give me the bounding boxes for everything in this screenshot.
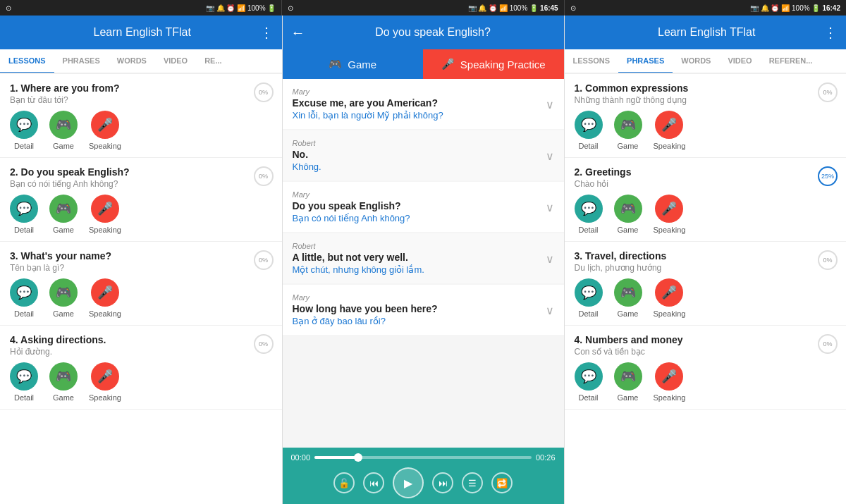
game-icon-2: 🎮 bbox=[49, 195, 78, 223]
tab-words-right[interactable]: WORDS bbox=[673, 49, 719, 74]
detail-icon-4: 💬 bbox=[10, 362, 38, 391]
game-label-2: Game bbox=[53, 226, 74, 234]
lesson-subtitle-2: Bạn có nói tiếng Anh không? bbox=[10, 179, 272, 189]
speaking-btn-4[interactable]: 🎤 Speaking bbox=[89, 362, 121, 402]
right-app-title: Learn English TFlat bbox=[590, 26, 824, 39]
tab-ref-right[interactable]: REFEREN... bbox=[761, 49, 821, 74]
time-end: 00:26 bbox=[536, 453, 556, 462]
lock-button[interactable]: 🔓 bbox=[333, 472, 355, 493]
prev-button[interactable]: ⏮ bbox=[363, 472, 384, 493]
mic-icon: 🎤 bbox=[441, 58, 455, 70]
phrase-item-2: 2. Greetings Chào hỏi 💬 Detail 🎮 Game 🎤 … bbox=[565, 158, 847, 242]
game-btn-1[interactable]: 🎮 Game bbox=[49, 111, 78, 150]
lesson-actions-1: 💬 Detail 🎮 Game 🎤 Speaking bbox=[10, 111, 272, 150]
middle-app-title: Do you speak English? bbox=[311, 26, 556, 39]
time-start: 00:00 bbox=[291, 453, 311, 462]
lesson-title-3: 3. What's your name? bbox=[10, 250, 272, 262]
r-detail-btn-1[interactable]: 💬 Detail bbox=[575, 111, 603, 150]
player-controls: 🔓 ⏮ ▶ ⏭ ☰ 🔁 bbox=[291, 467, 556, 498]
r-speaking-icon-1: 🎤 bbox=[655, 111, 683, 139]
lesson-item-4: 4. Asking directions. Hỏi đường. 💬 Detai… bbox=[0, 326, 282, 410]
status-panel-middle: ⊙ 📷 🔔 ⏰ 📶 100% 🔋 16:45 bbox=[282, 0, 564, 16]
speaking-btn-1[interactable]: 🎤 Speaking bbox=[89, 111, 121, 150]
phrase-subtitle-4: Con số và tiền bạc bbox=[575, 347, 837, 357]
r-detail-btn-2[interactable]: 💬 Detail bbox=[575, 195, 603, 234]
game-label-3: Game bbox=[53, 309, 74, 318]
tab-lessons-left[interactable]: LESSONS bbox=[0, 49, 54, 74]
speaking-btn-3[interactable]: 🎤 Speaking bbox=[89, 278, 121, 318]
conv-english-2: Do you speak English? bbox=[293, 200, 554, 211]
tab-video-left[interactable]: VIDEO bbox=[155, 49, 196, 74]
middle-panel: ← Do you speak English? 🎮 Game 🎤 Speakin… bbox=[283, 16, 565, 504]
game-tab[interactable]: 🎮 Game bbox=[283, 49, 424, 79]
phrase-subtitle-1: Những thành ngữ thông dụng bbox=[575, 95, 837, 105]
lesson-actions-3: 💬 Detail 🎮 Game 🎤 Speaking bbox=[10, 278, 272, 318]
detail-btn-1[interactable]: 💬 Detail bbox=[10, 111, 38, 150]
play-button[interactable]: ▶ bbox=[393, 467, 424, 498]
tab-re-left[interactable]: RE... bbox=[196, 49, 230, 74]
r-game-btn-4[interactable]: 🎮 Game bbox=[614, 362, 642, 402]
progress-row: 00:00 00:26 bbox=[291, 453, 556, 462]
detail-btn-3[interactable]: 💬 Detail bbox=[10, 278, 38, 318]
right-menu-icon[interactable]: ⋮ bbox=[823, 24, 838, 41]
r-detail-icon-3: 💬 bbox=[575, 278, 603, 307]
repeat-button[interactable]: 🔁 bbox=[491, 472, 513, 493]
r-detail-btn-4[interactable]: 💬 Detail bbox=[575, 362, 603, 402]
detail-btn-4[interactable]: 💬 Detail bbox=[10, 362, 38, 402]
progress-dot bbox=[354, 453, 362, 462]
r-game-btn-1[interactable]: 🎮 Game bbox=[614, 111, 642, 150]
speaking-label-2: Speaking bbox=[89, 226, 121, 234]
right-panel: Learn English TFlat ⋮ LESSONS PHRASES WO… bbox=[565, 16, 847, 504]
r-speaking-btn-1[interactable]: 🎤 Speaking bbox=[654, 111, 686, 150]
phrase-title-3: 3. Travel, directions bbox=[575, 250, 837, 262]
game-btn-3[interactable]: 🎮 Game bbox=[49, 278, 78, 318]
tab-words-left[interactable]: WORDS bbox=[109, 49, 155, 74]
playlist-button[interactable]: ☰ bbox=[462, 472, 483, 493]
r-detail-btn-3[interactable]: 💬 Detail bbox=[575, 278, 603, 318]
conv-item-0: Mary Excuse me, are you American? Xin lỗ… bbox=[283, 79, 564, 129]
back-button[interactable]: ← bbox=[291, 25, 305, 41]
next-button[interactable]: ⏭ bbox=[432, 472, 453, 493]
game-label-4: Game bbox=[53, 393, 74, 402]
game-label-1: Game bbox=[53, 142, 74, 150]
detail-icon-2: 💬 bbox=[10, 195, 38, 223]
game-btn-2[interactable]: 🎮 Game bbox=[49, 195, 78, 234]
r-speaking-btn-2[interactable]: 🎤 Speaking bbox=[654, 195, 686, 234]
left-panel: Learn English TFlat ⋮ LESSONS PHRASES WO… bbox=[0, 16, 283, 504]
detail-label-1: Detail bbox=[14, 142, 34, 150]
r-detail-icon-2: 💬 bbox=[575, 195, 603, 223]
lesson-subtitle-3: Tên bạn là gì? bbox=[10, 263, 272, 273]
left-app-bar: Learn English TFlat ⋮ bbox=[0, 16, 282, 49]
lesson-title-1: 1. Where are you from? bbox=[10, 82, 272, 94]
tab-video-right[interactable]: VIDEO bbox=[719, 49, 760, 74]
phrase-title-2: 2. Greetings bbox=[575, 166, 837, 178]
tab-lessons-right[interactable]: LESSONS bbox=[565, 49, 619, 74]
lesson-percent-1: 0% bbox=[254, 82, 274, 102]
r-detail-label-4: Detail bbox=[578, 393, 598, 402]
r-game-label-1: Game bbox=[618, 142, 639, 150]
tab-phrases-right[interactable]: PHRASES bbox=[618, 49, 673, 74]
left-menu-icon[interactable]: ⋮ bbox=[259, 24, 274, 41]
r-game-btn-2[interactable]: 🎮 Game bbox=[614, 195, 642, 234]
game-btn-4[interactable]: 🎮 Game bbox=[49, 362, 78, 402]
detail-label-3: Detail bbox=[14, 309, 34, 318]
r-game-label-2: Game bbox=[618, 226, 639, 234]
r-speaking-btn-4[interactable]: 🎤 Speaking bbox=[654, 362, 686, 402]
detail-btn-2[interactable]: 💬 Detail bbox=[10, 195, 38, 234]
r-game-btn-3[interactable]: 🎮 Game bbox=[614, 278, 642, 318]
speaking-btn-2[interactable]: 🎤 Speaking bbox=[89, 195, 121, 234]
r-speaking-btn-3[interactable]: 🎤 Speaking bbox=[654, 278, 686, 318]
tab-phrases-left[interactable]: PHRASES bbox=[54, 49, 109, 74]
lesson-subtitle-4: Hỏi đường. bbox=[10, 347, 272, 357]
r-speaking-icon-4: 🎤 bbox=[655, 362, 683, 391]
lesson-percent-4: 0% bbox=[254, 334, 274, 354]
speaking-icon-2: 🎤 bbox=[91, 195, 119, 223]
phrase-percent-2: 25% bbox=[818, 166, 838, 186]
conv-speaker-4: Mary bbox=[293, 293, 554, 302]
right-app-bar: Learn English TFlat ⋮ bbox=[565, 16, 847, 49]
r-speaking-label-4: Speaking bbox=[654, 393, 686, 402]
progress-bar[interactable] bbox=[314, 456, 532, 459]
detail-label-4: Detail bbox=[14, 393, 34, 402]
speaking-tab[interactable]: 🎤 Speaking Practice bbox=[423, 49, 564, 79]
speaking-icon-1: 🎤 bbox=[91, 111, 119, 139]
